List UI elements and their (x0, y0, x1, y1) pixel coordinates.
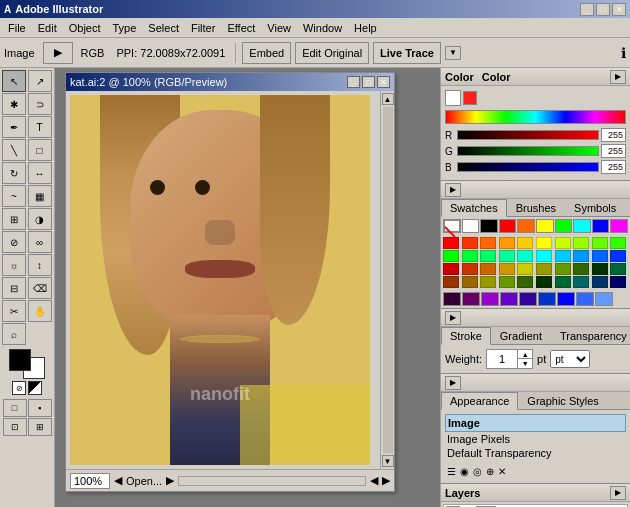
graph-tool[interactable]: ▦ (28, 185, 52, 207)
b-value-input[interactable] (601, 160, 626, 174)
swatch-cell[interactable] (555, 237, 571, 249)
swatch-cell[interactable] (555, 263, 571, 275)
swatch-cell[interactable] (462, 276, 478, 288)
tab-gradient[interactable]: Gradient (491, 327, 551, 344)
cornflower-swatch[interactable] (576, 292, 594, 306)
type-tool[interactable]: T (28, 116, 52, 138)
swatch-cell[interactable] (573, 276, 589, 288)
live-trace-dropdown[interactable]: ▼ (445, 46, 461, 60)
color-panel-menu[interactable]: ▶ (610, 70, 626, 84)
white-swatch[interactable] (462, 219, 480, 233)
doc-minimize-button[interactable]: _ (347, 76, 360, 88)
swatch-cell[interactable] (610, 276, 626, 288)
edit-original-button[interactable]: Edit Original (295, 42, 369, 64)
gradient-tool[interactable]: ◑ (28, 208, 52, 230)
eyedropper-tool[interactable]: ⊘ (2, 231, 26, 253)
swatch-cell[interactable] (517, 276, 533, 288)
swatch-cell[interactable] (443, 237, 459, 249)
dark-blue-swatch[interactable] (519, 292, 537, 306)
weight-unit-select[interactable]: pt px mm (550, 350, 590, 368)
swatch-cell[interactable] (480, 276, 496, 288)
column-tool[interactable]: ↕ (28, 254, 52, 276)
appearance-panel-menu[interactable]: ▶ (445, 376, 461, 390)
foreground-color-swatch[interactable] (9, 349, 31, 371)
bottom-nav-right[interactable]: ▶ (166, 474, 174, 487)
cyan-swatch[interactable] (573, 219, 591, 233)
swatch-cell[interactable] (517, 263, 533, 275)
selection-tool[interactable]: ↖ (2, 70, 26, 92)
swatch-cell[interactable] (443, 276, 459, 288)
r-value-input[interactable] (601, 128, 626, 142)
symbol-tool[interactable]: ☼ (2, 254, 26, 276)
swatch-cell[interactable] (462, 263, 478, 275)
maximize-button[interactable]: □ (596, 3, 610, 16)
menu-item-effect[interactable]: Effect (221, 20, 261, 36)
g-value-input[interactable] (601, 144, 626, 158)
mesh-tool[interactable]: ⊞ (2, 208, 26, 230)
swap-colors-icon[interactable] (28, 381, 42, 395)
swatch-cell[interactable] (517, 250, 533, 262)
menu-item-window[interactable]: Window (297, 20, 348, 36)
swatch-cell[interactable] (610, 250, 626, 262)
rotate-tool[interactable]: ↻ (2, 162, 26, 184)
warp-tool[interactable]: ~ (2, 185, 26, 207)
pen-tool[interactable]: ✒ (2, 116, 26, 138)
black-swatch[interactable] (480, 219, 498, 233)
b-slider[interactable] (457, 162, 599, 172)
swatch-cell[interactable] (443, 263, 459, 275)
doc-close-button[interactable]: ✕ (377, 76, 390, 88)
blue2-swatch[interactable] (557, 292, 575, 306)
hand-tool[interactable]: ✋ (28, 300, 52, 322)
blue-swatch[interactable] (592, 219, 610, 233)
lasso-tool[interactable]: ⊃ (28, 93, 52, 115)
doc-maximize-button[interactable]: □ (362, 76, 375, 88)
swatch-cell[interactable] (499, 250, 515, 262)
menu-item-view[interactable]: View (261, 20, 297, 36)
dark-purple-swatch[interactable] (443, 292, 461, 306)
swatch-cell[interactable] (480, 263, 496, 275)
tab-graphic-styles[interactable]: Graphic Styles (518, 392, 608, 409)
line-tool[interactable]: ╲ (2, 139, 26, 161)
swatch-cell[interactable] (592, 276, 608, 288)
swatch-cell[interactable] (536, 237, 552, 249)
swatch-cell[interactable] (592, 263, 608, 275)
normal-screen-mode[interactable]: ⊡ (3, 418, 27, 436)
zoom-tool[interactable]: ⌕ (2, 323, 26, 345)
swatch-cell[interactable] (499, 237, 515, 249)
zoom-input[interactable] (70, 473, 110, 489)
color-spectrum[interactable] (445, 110, 626, 124)
swatch-cell[interactable] (480, 250, 496, 262)
swatches-panel-menu[interactable]: ▶ (445, 183, 461, 197)
swatch-cell[interactable] (573, 250, 589, 262)
appearance-visibility-icon[interactable]: ◉ (460, 466, 469, 477)
weight-down[interactable]: ▼ (518, 359, 532, 368)
tab-symbols[interactable]: Symbols (565, 199, 625, 216)
swatch-cell[interactable] (555, 250, 571, 262)
scroll-left-btn[interactable]: ◀ (370, 474, 378, 487)
none-swatch[interactable] (443, 219, 461, 233)
blue-violet-swatch[interactable] (500, 292, 518, 306)
menu-item-edit[interactable]: Edit (32, 20, 63, 36)
horizontal-scrollbar[interactable] (178, 476, 366, 486)
full-screen-mode[interactable]: ⊞ (28, 418, 52, 436)
tab-transparency[interactable]: Transparency (551, 327, 630, 344)
direct-selection-tool[interactable]: ↗ (28, 70, 52, 92)
royal-blue-swatch[interactable] (538, 292, 556, 306)
swatch-cell[interactable] (610, 237, 626, 249)
close-button[interactable]: ✕ (612, 3, 626, 16)
scroll-up-button[interactable]: ▲ (382, 93, 394, 105)
scroll-down-button[interactable]: ▼ (382, 455, 394, 467)
bottom-nav-left[interactable]: ◀ (114, 474, 122, 487)
weight-up[interactable]: ▲ (518, 350, 532, 359)
swatch-cell[interactable] (573, 263, 589, 275)
tab-brushes[interactable]: Brushes (507, 199, 565, 216)
appearance-menu-icon[interactable]: ☰ (447, 466, 456, 477)
weight-input[interactable] (487, 350, 517, 368)
menu-item-select[interactable]: Select (142, 20, 185, 36)
vertical-scrollbar[interactable]: ▲ ▼ (380, 91, 394, 469)
tab-stroke[interactable]: Stroke (441, 327, 491, 345)
swatch-cell[interactable] (499, 276, 515, 288)
fill-preview[interactable] (445, 90, 461, 106)
scale-tool[interactable]: ↔ (28, 162, 52, 184)
slice-tool[interactable]: ⊟ (2, 277, 26, 299)
